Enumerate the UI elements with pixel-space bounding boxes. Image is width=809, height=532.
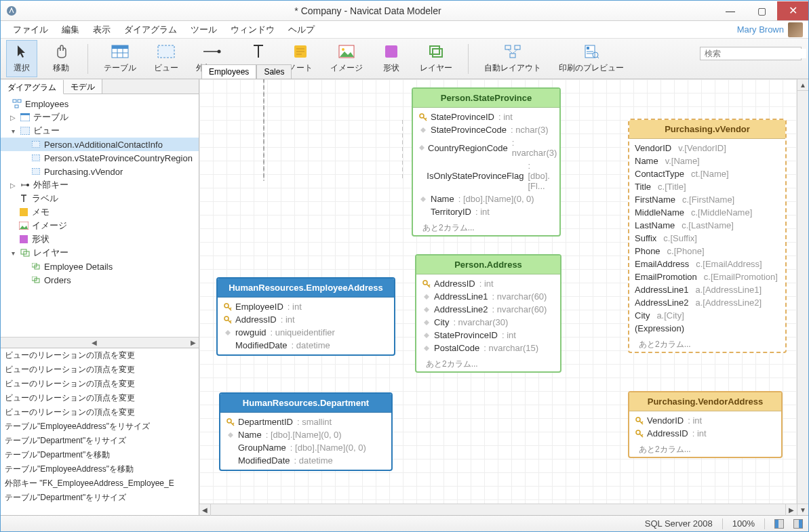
history-item[interactable]: テーブル"Department"を移動 bbox=[1, 448, 199, 462]
column-row[interactable]: DepartmentID: smallint bbox=[220, 415, 391, 428]
maximize-button[interactable]: ▢ bbox=[746, 1, 777, 20]
column-row[interactable]: EmailPromotionc.[EmailPromotion] bbox=[629, 270, 785, 283]
tree-memo[interactable]: メモ bbox=[1, 205, 199, 219]
menu-help[interactable]: ヘルプ bbox=[281, 22, 321, 38]
menu-edit[interactable]: 編集 bbox=[55, 22, 86, 38]
history-item[interactable]: テーブル"Department"をリサイズ bbox=[1, 434, 199, 448]
twisty-icon[interactable]: ▷ bbox=[9, 113, 17, 121]
menu-file[interactable]: ファイル bbox=[6, 22, 55, 38]
tree-fk[interactable]: ▷外部キー bbox=[1, 178, 199, 192]
column-row[interactable]: StateProvinceCode: nchar(3) bbox=[413, 123, 559, 136]
tool-view[interactable]: ビュー bbox=[149, 40, 183, 77]
tree-image[interactable]: イメージ bbox=[1, 219, 199, 232]
history-pane[interactable]: ビューのリレーションの頂点を変更ビューのリレーションの頂点を変更ビューのリレーシ… bbox=[1, 348, 199, 508]
scroll-right-icon[interactable]: ▶ bbox=[785, 504, 797, 516]
scroll-down-icon[interactable]: ▼ bbox=[797, 504, 808, 515]
entity-stateprovince[interactable]: Person.StateProvince StateProvinceID: in… bbox=[412, 87, 561, 237]
user-name[interactable]: Mary Brown bbox=[733, 24, 788, 35]
tree-view-item[interactable]: Person.vStateProvinceCountryRegion bbox=[1, 151, 199, 165]
column-row[interactable]: LastNamec.[LastName] bbox=[629, 219, 785, 232]
tree-view-item[interactable]: Purchasing.vVendor bbox=[1, 165, 199, 178]
column-row[interactable]: AddressLine1a.[AddressLine1] bbox=[629, 283, 785, 296]
column-row[interactable]: TerritoryID: int bbox=[413, 205, 559, 218]
canvas-tab-sales[interactable]: Sales bbox=[256, 64, 292, 79]
search-input[interactable] bbox=[705, 49, 806, 58]
scroll-left-icon[interactable]: ◀ bbox=[199, 504, 211, 516]
menu-diagram[interactable]: ダイアグラム bbox=[117, 22, 184, 38]
avatar[interactable] bbox=[788, 22, 803, 37]
tree-root[interactable]: Employees bbox=[1, 97, 199, 110]
canvas[interactable]: Person.StateProvince StateProvinceID: in… bbox=[199, 79, 797, 504]
tree-view-item[interactable]: Person.vAdditionalContactInfo bbox=[1, 138, 199, 151]
history-item[interactable]: ビューのリレーションの頂点を変更 bbox=[1, 348, 199, 363]
entity-employeeaddress[interactable]: HumanResources.EmployeeAddress EmployeeI… bbox=[216, 277, 395, 356]
column-row[interactable]: AddressID: int bbox=[416, 277, 560, 290]
history-item[interactable]: テーブル"EmployeeAddress"を移動 bbox=[1, 462, 199, 476]
tree-shape[interactable]: 形状 bbox=[1, 232, 199, 246]
column-row[interactable]: Suffixc.[Suffix] bbox=[629, 232, 785, 245]
column-row[interactable]: AddressID: int bbox=[218, 313, 394, 326]
menu-display[interactable]: 表示 bbox=[86, 22, 117, 38]
column-row[interactable]: Name: [dbo].[Name](0, 0) bbox=[413, 192, 559, 205]
sidebar-hscroll[interactable]: ◀▶ bbox=[1, 337, 199, 348]
search-box[interactable] bbox=[700, 47, 802, 60]
history-item[interactable]: ビューのリレーションの頂点を変更 bbox=[1, 391, 199, 405]
column-row[interactable]: GroupName: [dbo].[Name](0, 0) bbox=[220, 441, 391, 454]
column-row[interactable]: EmailAddressc.[EmailAddress] bbox=[629, 258, 785, 270]
minimize-button[interactable]: — bbox=[715, 1, 746, 20]
tool-printpreview[interactable]: 印刷のプレビュー bbox=[554, 40, 629, 77]
column-row[interactable]: StateProvinceID: int bbox=[416, 329, 560, 342]
column-row[interactable]: StateProvinceID: int bbox=[413, 110, 559, 123]
history-item[interactable]: ビューのリレーションの頂点を変更 bbox=[1, 405, 199, 420]
column-row[interactable]: FirstNamec.[FirstName] bbox=[629, 193, 785, 206]
column-row[interactable]: CountryRegionCode: nvarchar(3) bbox=[413, 136, 559, 159]
tool-table[interactable]: テーブル bbox=[99, 40, 141, 77]
scroll-up-icon[interactable]: ▲ bbox=[797, 79, 808, 91]
twisty-icon[interactable]: ▾ bbox=[9, 127, 17, 135]
layout-toggle-2[interactable] bbox=[793, 519, 803, 529]
column-row[interactable]: Titlec.[Title] bbox=[629, 180, 785, 193]
tree[interactable]: Employees ▷テーブル ▾ビュー Person.vAdditionalC… bbox=[1, 94, 199, 337]
column-row[interactable]: IsOnlyStateProvinceFlag: [dbo].[Fl... bbox=[413, 159, 559, 192]
column-row[interactable]: PostalCode: nvarchar(15) bbox=[416, 342, 560, 354]
column-row[interactable]: Citya.[City] bbox=[629, 309, 785, 322]
entity-address[interactable]: Person.Address AddressID: intAddressLine… bbox=[415, 254, 561, 373]
close-button[interactable]: ✕ bbox=[777, 1, 808, 20]
entity-vendoraddress[interactable]: Purchasing.VendorAddress VendorID: intAd… bbox=[628, 391, 783, 458]
column-row[interactable]: AddressLine1: nvarchar(60) bbox=[416, 290, 560, 303]
canvas-hscroll[interactable]: ◀ ▶ bbox=[199, 504, 797, 515]
column-row[interactable]: Name: [dbo].[Name](0, 0) bbox=[220, 428, 391, 441]
tree-layers[interactable]: ▾レイヤー bbox=[1, 246, 199, 260]
tool-shape[interactable]: 形状 bbox=[376, 40, 407, 77]
tool-autolayout[interactable]: 自動レイアウト bbox=[479, 40, 546, 77]
column-row[interactable]: ModifiedDate: datetime bbox=[220, 454, 391, 467]
sidebar-tab-model[interactable]: モデル bbox=[64, 79, 102, 94]
tool-layer[interactable]: レイヤー bbox=[415, 40, 457, 77]
tree-views[interactable]: ▾ビュー bbox=[1, 124, 199, 138]
history-item[interactable]: ビューのリレーションの頂点を変更 bbox=[1, 377, 199, 391]
column-row[interactable]: VendorIDv.[VendorID] bbox=[629, 142, 785, 155]
sidebar-tab-diagram[interactable]: ダイアグラム bbox=[1, 80, 64, 94]
canvas-vscroll[interactable]: ▲ ▼ bbox=[797, 79, 808, 515]
tree-label[interactable]: ラベル bbox=[1, 192, 199, 205]
tree-layer-item[interactable]: Employee Details bbox=[1, 260, 199, 273]
tree-layer-item[interactable]: Orders bbox=[1, 273, 199, 287]
column-row[interactable]: ContactTypect.[Name] bbox=[629, 167, 785, 180]
column-row[interactable]: (Expression) bbox=[629, 322, 785, 335]
tree-tables[interactable]: ▷テーブル bbox=[1, 110, 199, 124]
column-row[interactable]: AddressLine2: nvarchar(60) bbox=[416, 303, 560, 316]
twisty-icon[interactable]: ▾ bbox=[9, 249, 17, 257]
column-row[interactable]: rowguid: uniqueidentifier bbox=[218, 326, 394, 339]
column-row[interactable]: City: nvarchar(30) bbox=[416, 316, 560, 329]
entity-vvendor[interactable]: Purchasing.vVendor VendorIDv.[VendorID]N… bbox=[628, 119, 787, 353]
column-row[interactable]: Namev.[Name] bbox=[629, 155, 785, 167]
column-row[interactable]: AddressID: int bbox=[629, 427, 781, 440]
column-row[interactable]: EmployeeID: int bbox=[218, 300, 394, 313]
column-row[interactable]: ModifiedDate: datetime bbox=[218, 339, 394, 352]
menu-window[interactable]: ウィンドウ bbox=[224, 22, 281, 38]
history-item[interactable]: ビューのリレーションの頂点を変更 bbox=[1, 363, 199, 377]
column-row[interactable]: MiddleNamec.[MiddleName] bbox=[629, 206, 785, 219]
history-item[interactable]: テーブル"EmployeeAddress"をリサイズ bbox=[1, 505, 199, 508]
twisty-icon[interactable]: ▷ bbox=[9, 181, 17, 189]
column-row[interactable]: VendorID: int bbox=[629, 414, 781, 427]
